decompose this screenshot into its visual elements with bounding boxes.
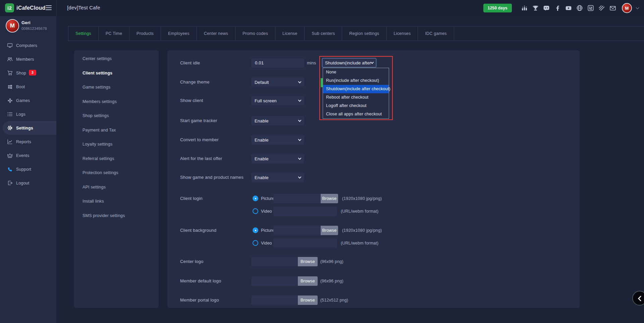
- radio-label[interactable]: Video: [261, 238, 272, 248]
- change-theme-select[interactable]: Default: [251, 77, 304, 87]
- sidebar-item-events[interactable]: Events: [0, 149, 56, 162]
- tab-employees[interactable]: Employees: [161, 26, 197, 41]
- license-days-badge[interactable]: 1250 days: [483, 4, 512, 12]
- select-value: Enable: [255, 175, 269, 180]
- logs-icon: [7, 111, 13, 117]
- field-hint: (1920x1080 jpg/png): [342, 194, 382, 203]
- facebook-icon[interactable]: [554, 5, 561, 11]
- client-idle-action-select[interactable]: Shutdown(include after: [322, 58, 376, 67]
- settings-nav-members-settings[interactable]: Members settings: [74, 95, 159, 109]
- ranking-icon[interactable]: [521, 5, 528, 11]
- sidebar-item-logout[interactable]: Logout: [0, 176, 56, 190]
- settings-nav-referral-settings[interactable]: Referral settings: [74, 152, 159, 166]
- show-client-select[interactable]: Full screen: [251, 96, 304, 105]
- settings-nav-client-settings[interactable]: Client settings: [74, 66, 159, 80]
- sidebar-item-shop[interactable]: Shop 3: [0, 66, 56, 80]
- menu-toggle-icon[interactable]: [46, 5, 52, 10]
- client-background-video-radio[interactable]: [253, 240, 258, 246]
- center-logo-browse-button[interactable]: Browse: [298, 257, 318, 266]
- member-default-logo-browse-button[interactable]: Browse: [298, 276, 318, 286]
- settings-nav-game-settings[interactable]: Game settings: [74, 80, 159, 95]
- member-portal-logo-browse-button[interactable]: Browse: [298, 295, 318, 305]
- radio-label[interactable]: Picture: [261, 226, 274, 235]
- settings-nav-shop-settings[interactable]: Shop settings: [74, 109, 159, 123]
- tab-licenses[interactable]: Licenses: [387, 26, 418, 41]
- member-portal-logo-input[interactable]: [251, 295, 298, 305]
- sidebar-item-label: Settings: [16, 126, 33, 130]
- tab-sub-centers[interactable]: Sub centers: [305, 26, 342, 41]
- sidebar-item-label: Reports: [16, 140, 31, 144]
- globe-icon[interactable]: [576, 5, 583, 11]
- sidebar-item-reports[interactable]: Reports: [0, 135, 56, 149]
- client-background-picture-radio[interactable]: [253, 227, 258, 233]
- select-value: Enable: [255, 118, 269, 123]
- youtube-icon[interactable]: [565, 5, 572, 11]
- settings-nav-center-settings[interactable]: Center settings: [74, 52, 159, 66]
- sidebar-user-card[interactable]: M Geri 008612345678: [0, 16, 56, 36]
- option-reboot-after-checkout[interactable]: Reboot after checkout: [323, 93, 389, 102]
- tab-pc-time[interactable]: PC Time: [99, 26, 129, 41]
- radio-label[interactable]: Video: [261, 207, 272, 216]
- sidebar-item-settings[interactable]: Settings: [3, 121, 56, 135]
- sidebar-item-label: Logs: [16, 112, 25, 117]
- alert-last-offer-select[interactable]: Enable: [251, 154, 304, 163]
- show-game-product-names-select[interactable]: Enable: [251, 173, 304, 182]
- account-menu-chevron-icon[interactable]: [636, 6, 639, 9]
- settings-nav-api-settings[interactable]: API settings: [74, 180, 159, 195]
- chat-widget-button[interactable]: [632, 291, 644, 306]
- client-login-video-radio[interactable]: [253, 208, 258, 214]
- convert-to-member-select[interactable]: Enable: [251, 135, 304, 145]
- user-phone: 008612345678: [21, 26, 47, 31]
- tab-region-settings[interactable]: Region settings: [342, 26, 386, 41]
- client-login-picture-radio[interactable]: [253, 196, 258, 201]
- client-login-picture-input[interactable]: [273, 194, 321, 203]
- settings-nav-protection-settings[interactable]: Protection settings: [74, 166, 159, 180]
- sidebar-item-games[interactable]: Games: [0, 94, 56, 107]
- center-logo-input[interactable]: [251, 257, 298, 266]
- settings-nav-sms-provider-settings[interactable]: SMS provider settings: [74, 209, 159, 223]
- discord-icon[interactable]: [543, 5, 550, 11]
- settings-nav-loyalty-settings[interactable]: Loyalty settings: [74, 137, 159, 152]
- client-background-picture-input[interactable]: [273, 226, 321, 235]
- user-avatar[interactable]: M: [622, 3, 632, 13]
- option-logoff-after-checkout[interactable]: Logoff after checkout: [323, 102, 389, 110]
- client-background-picture-browse-button[interactable]: Browse: [321, 226, 338, 235]
- tab-products[interactable]: Products: [129, 26, 161, 41]
- member-default-logo-input[interactable]: [251, 276, 298, 286]
- crown-icon: [7, 153, 13, 158]
- tab-center-news[interactable]: Center news: [197, 26, 235, 41]
- phone-icon: [7, 166, 13, 172]
- sidebar-item-computers[interactable]: Computers: [0, 39, 56, 52]
- settings-nav-install-links[interactable]: Install links: [74, 194, 159, 209]
- sidebar-item-members[interactable]: Members: [0, 52, 56, 66]
- sidebar-item-boot[interactable]: Boot: [0, 80, 56, 94]
- trophy-icon[interactable]: [532, 5, 539, 11]
- option-none[interactable]: None: [323, 68, 389, 76]
- start-game-tracker-select[interactable]: Enable: [251, 116, 304, 125]
- tab-promo-codes[interactable]: Promo codes: [235, 26, 275, 41]
- settings-nav-payment-and-tax[interactable]: Payment and Tax: [74, 123, 159, 138]
- radio-label[interactable]: Picture: [261, 194, 274, 203]
- client-idle-input[interactable]: 0.01: [251, 58, 304, 68]
- field-hint: (512x512 png): [320, 295, 348, 305]
- tab-idc-games[interactable]: IDC games: [418, 26, 454, 41]
- option-close-all-apps-after-checkout[interactable]: Close all apps after checkout: [323, 110, 389, 118]
- mail-icon[interactable]: [609, 5, 616, 11]
- layers-icon[interactable]: [598, 5, 605, 11]
- sidebar-avatar: M: [6, 19, 19, 33]
- option-shutdown-include-after-checkout[interactable]: Shutdown(include after checkout): [323, 85, 389, 93]
- sidebar-item-support[interactable]: Support: [0, 162, 56, 176]
- chevron-down-icon: [371, 60, 374, 64]
- unit-label: mins: [307, 58, 316, 68]
- tab-settings[interactable]: Settings: [68, 26, 99, 41]
- client-login-video-input[interactable]: [273, 207, 337, 216]
- client-login-picture-browse-button[interactable]: Browse: [321, 194, 338, 203]
- icafecloud-mark-icon[interactable]: [587, 5, 594, 11]
- client-background-video-input[interactable]: [273, 238, 337, 248]
- option-run-include-after-checkout[interactable]: Run(include after checkout): [323, 76, 389, 85]
- brand-name: iCafeCloud: [16, 5, 45, 11]
- sidebar-item-logs[interactable]: Logs: [0, 107, 56, 121]
- chevron-down-icon: [298, 98, 302, 102]
- brand-logo[interactable]: i2 iCafeCloud: [5, 3, 45, 12]
- tab-license[interactable]: License: [275, 26, 305, 41]
